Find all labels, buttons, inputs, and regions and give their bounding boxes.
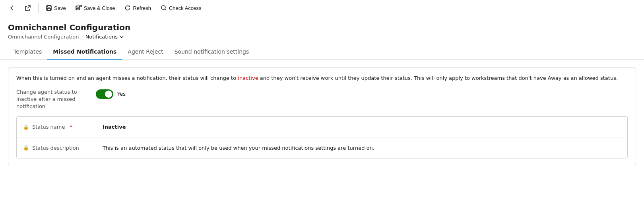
save-close-button[interactable]: Save & Close xyxy=(72,2,119,14)
lock-icon-status-name: 🔒 xyxy=(23,124,29,130)
table-row-status-description: 🔒 Status description This is an automate… xyxy=(17,137,627,158)
toggle-track xyxy=(96,89,113,99)
toggle-control: Yes xyxy=(96,89,126,99)
svg-line-0 xyxy=(27,6,30,8)
save-button[interactable]: Save xyxy=(42,2,70,14)
main-content: When this is turned on and an agent miss… xyxy=(0,60,644,173)
tab-missed-notifications[interactable]: Missed Notifications xyxy=(47,44,122,60)
breadcrumb: Omnichannel Configuration · Notification… xyxy=(8,34,636,40)
svg-rect-5 xyxy=(77,6,79,7)
tab-agent-reject[interactable]: Agent Reject xyxy=(122,44,169,60)
toggle-thumb xyxy=(105,91,112,98)
share-icon xyxy=(25,5,31,11)
status-name-label: 🔒 Status name * xyxy=(23,124,103,130)
refresh-icon xyxy=(124,5,131,11)
status-table: 🔒 Status name * Inactive 🔒 Status descri… xyxy=(16,116,628,158)
lock-icon-status-desc: 🔒 xyxy=(23,145,29,151)
save-close-icon xyxy=(76,5,82,11)
page-title: Omnichannel Configuration xyxy=(8,23,636,32)
chevron-down-icon[interactable] xyxy=(119,35,124,39)
toolbar: Save Save & Close Refresh Check Access xyxy=(0,0,644,16)
check-access-button[interactable]: Check Access xyxy=(157,2,206,14)
info-text: When this is turned on and an agent miss… xyxy=(16,74,628,82)
refresh-button[interactable]: Refresh xyxy=(120,2,155,14)
svg-rect-3 xyxy=(47,8,50,10)
required-star: * xyxy=(70,124,72,130)
breadcrumb-current: Notifications xyxy=(85,34,124,40)
toggle-value: Yes xyxy=(117,91,126,97)
toggle-row: Change agent status to inactive after a … xyxy=(16,89,628,110)
page-header: Omnichannel Configuration Omnichannel Co… xyxy=(0,16,644,40)
tab-sound-notification-settings[interactable]: Sound notification settings xyxy=(169,44,255,60)
toolbar-divider xyxy=(38,3,39,13)
breadcrumb-separator: · xyxy=(81,34,83,40)
status-description-label: 🔒 Status description xyxy=(23,145,103,151)
tab-templates[interactable]: Templates xyxy=(8,44,47,60)
svg-rect-2 xyxy=(48,6,50,7)
save-icon xyxy=(46,5,52,11)
svg-rect-6 xyxy=(76,8,79,10)
breadcrumb-parent[interactable]: Omnichannel Configuration xyxy=(8,34,79,40)
back-button[interactable] xyxy=(5,2,19,14)
back-icon xyxy=(9,5,15,11)
svg-line-9 xyxy=(165,9,166,11)
share-button[interactable] xyxy=(21,2,35,14)
toggle-label: Change agent status to inactive after a … xyxy=(16,89,88,110)
status-name-value: Inactive xyxy=(103,124,126,130)
status-description-value: This is an automated status that will on… xyxy=(103,145,374,151)
table-row-status-name: 🔒 Status name * Inactive xyxy=(17,117,627,137)
tabs-bar: Templates Missed Notifications Agent Rej… xyxy=(0,44,644,60)
check-access-icon xyxy=(161,5,167,11)
change-status-toggle[interactable] xyxy=(96,89,113,99)
missed-notifications-panel: When this is turned on and an agent miss… xyxy=(8,68,636,165)
